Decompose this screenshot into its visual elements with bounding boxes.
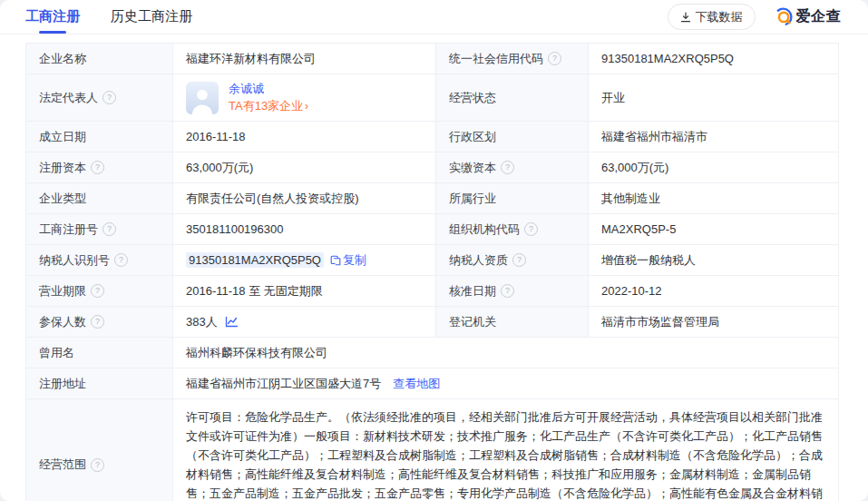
- field-label-paid-capital: 实缴资本 ?: [436, 152, 589, 182]
- label-text: 工商注册号: [39, 221, 98, 238]
- help-icon[interactable]: ?: [91, 284, 104, 298]
- help-icon[interactable]: ?: [102, 91, 116, 104]
- label-text: 核准日期: [449, 283, 496, 300]
- label-text: 参保人数: [39, 314, 86, 330]
- help-icon[interactable]: ?: [524, 222, 538, 236]
- table-row: 成立日期 2016-11-18 行政区划 福建省福州市福清市: [26, 122, 838, 152]
- value-text: 2022-10-12: [601, 284, 662, 298]
- field-value-reg-number: 350181100196300: [173, 214, 436, 244]
- info-table: 企业名称 福建环洋新材料有限公司 统一社会信用代码 ? 91350181MA2X…: [25, 43, 839, 501]
- field-value-address: 福建省福州市江阴工业区国盛大道7号 查看地图: [173, 368, 838, 398]
- help-icon[interactable]: ?: [501, 161, 514, 174]
- chevron-right-icon: ›: [305, 100, 308, 113]
- field-value-legal-rep: 余诚诚 TA有13家企业›: [173, 74, 436, 121]
- label-text: 企业名称: [39, 51, 86, 67]
- field-label-reg-capital: 注册资本 ?: [26, 152, 173, 182]
- help-icon[interactable]: ?: [501, 284, 514, 298]
- table-row: 企业名称 福建环洋新材料有限公司 统一社会信用代码 ? 91350181MA2X…: [26, 44, 838, 74]
- tab-business-registration[interactable]: 工商注册: [25, 0, 80, 34]
- field-label-address: 注册地址: [26, 368, 173, 398]
- value-text: MA2XRQ5P-5: [601, 222, 676, 236]
- label-text: 企业类型: [39, 191, 86, 207]
- field-value-approval-date: 2022-10-12: [589, 276, 838, 306]
- field-label-admin-division: 行政区划: [436, 122, 589, 152]
- view-map-link[interactable]: 查看地图: [393, 376, 440, 392]
- field-value-status: 开业: [589, 74, 838, 121]
- legal-rep-name-link[interactable]: 余诚诚: [229, 81, 308, 96]
- label-text: 统一社会信用代码: [449, 51, 543, 67]
- value-text: 2016-11-18 至 无固定期限: [186, 283, 323, 300]
- field-label-status: 经营状态: [436, 74, 589, 121]
- help-icon[interactable]: ?: [91, 315, 104, 329]
- help-icon[interactable]: ?: [91, 161, 104, 174]
- trend-chart-icon[interactable]: [225, 316, 239, 328]
- label-text: 成立日期: [39, 129, 86, 145]
- help-icon[interactable]: ?: [512, 253, 526, 267]
- help-icon[interactable]: ?: [548, 52, 561, 65]
- value-text: 91350181MA2XRQ5P5Q: [186, 252, 324, 268]
- field-label-taxpayer-quality: 纳税人资质 ?: [436, 245, 589, 275]
- value-text: 福建省福州市福清市: [601, 129, 707, 145]
- label-text: 所属行业: [449, 191, 496, 207]
- label-text: 曾用名: [39, 345, 74, 361]
- aiqicha-logo[interactable]: 爱企查: [774, 7, 842, 26]
- label-text: 组织机构代码: [449, 221, 520, 238]
- download-data-button[interactable]: 下载数据: [668, 4, 756, 30]
- field-value-company-name: 福建环洋新材料有限公司: [173, 44, 436, 74]
- field-value-taxpayer-quality: 增值税一般纳税人: [589, 245, 838, 275]
- value-text: 其他制造业: [601, 191, 660, 207]
- value-text: 福建省福州市江阴工业区国盛大道7号: [186, 376, 381, 392]
- field-label-credit-code: 统一社会信用代码 ?: [436, 44, 589, 74]
- label-text: 实缴资本: [449, 160, 496, 176]
- field-label-approval-date: 核准日期 ?: [436, 276, 589, 306]
- brand-logo-icon: [774, 7, 793, 26]
- table-row: 纳税人识别号 ? 91350181MA2XRQ5P5Q 复制 纳税人资质 ? 增…: [26, 245, 838, 276]
- label-text: 登记机关: [449, 314, 496, 330]
- table-row: 注册资本 ? 63,000万(元) 实缴资本 ? 63,000万(元): [26, 152, 838, 183]
- field-value-business-term: 2016-11-18 至 无固定期限: [173, 276, 436, 306]
- field-value-taxpayer-id: 91350181MA2XRQ5P5Q 复制: [173, 245, 436, 275]
- legal-rep-companies-link[interactable]: TA有13家企业›: [229, 98, 308, 114]
- copy-button[interactable]: 复制: [330, 252, 366, 269]
- field-value-company-type: 有限责任公司(自然人投资或控股): [173, 183, 436, 213]
- legal-rep-avatar[interactable]: [186, 82, 219, 114]
- value-text: 350181100196300: [186, 222, 284, 236]
- value-text: 福建环洋新材料有限公司: [186, 51, 316, 67]
- label-text: 法定代表人: [39, 90, 98, 106]
- field-value-reg-capital: 63,000万(元): [173, 152, 436, 182]
- business-registration-panel: 工商注册 历史工商注册 下载数据 爱企查: [0, 0, 868, 501]
- help-icon[interactable]: ?: [102, 222, 116, 236]
- field-value-paid-capital: 63,000万(元): [589, 152, 838, 182]
- field-label-established: 成立日期: [26, 122, 173, 152]
- field-label-reg-number: 工商注册号 ?: [26, 214, 173, 244]
- value-text: 63,000万(元): [186, 160, 253, 176]
- value-text: 2016-11-18: [186, 130, 246, 143]
- help-icon[interactable]: ?: [91, 458, 104, 472]
- tab-history-registration[interactable]: 历史工商注册: [111, 0, 192, 34]
- value-text: 有限责任公司(自然人投资或控股): [186, 191, 359, 207]
- table-row: 参保人数 ? 383人 登记机关 福清市市场监督管理局: [26, 307, 838, 338]
- brand-name: 爱企查: [796, 7, 842, 26]
- tab-bar: 工商注册 历史工商注册: [25, 0, 192, 34]
- legal-rep-info: 余诚诚 TA有13家企业›: [229, 81, 308, 114]
- field-label-business-term: 营业期限 ?: [26, 276, 173, 306]
- label-text: 营业期限: [39, 283, 86, 300]
- value-text: 383人: [186, 314, 218, 330]
- field-label-company-type: 企业类型: [26, 183, 173, 213]
- field-label-scope: 经营范围 ?: [26, 399, 173, 501]
- value-text: 福州科麟环保科技有限公司: [186, 345, 327, 361]
- table-row: 经营范围 ? 许可项目：危险化学品生产。（依法须经批准的项目，经相关部门批准后方…: [26, 399, 838, 501]
- value-text: 91350181MA2XRQ5P5Q: [601, 52, 734, 65]
- table-row: 注册地址 福建省福州市江阴工业区国盛大道7号 查看地图: [26, 368, 838, 399]
- label-text: 纳税人识别号: [39, 252, 110, 269]
- field-value-established: 2016-11-18: [173, 122, 436, 152]
- header: 工商注册 历史工商注册 下载数据 爱企查: [0, 0, 868, 34]
- label-text: 经营范围: [39, 457, 86, 473]
- field-value-insured-count: 383人: [173, 307, 436, 337]
- field-value-scope: 许可项目：危险化学品生产。（依法须经批准的项目，经相关部门批准后方可开展经营活动…: [173, 399, 838, 501]
- help-icon[interactable]: ?: [114, 253, 128, 267]
- value-text: 增值税一般纳税人: [601, 252, 696, 269]
- field-value-industry: 其他制造业: [589, 183, 838, 213]
- value-text: 福清市市场监督管理局: [601, 314, 719, 330]
- value-text: 开业: [601, 90, 625, 106]
